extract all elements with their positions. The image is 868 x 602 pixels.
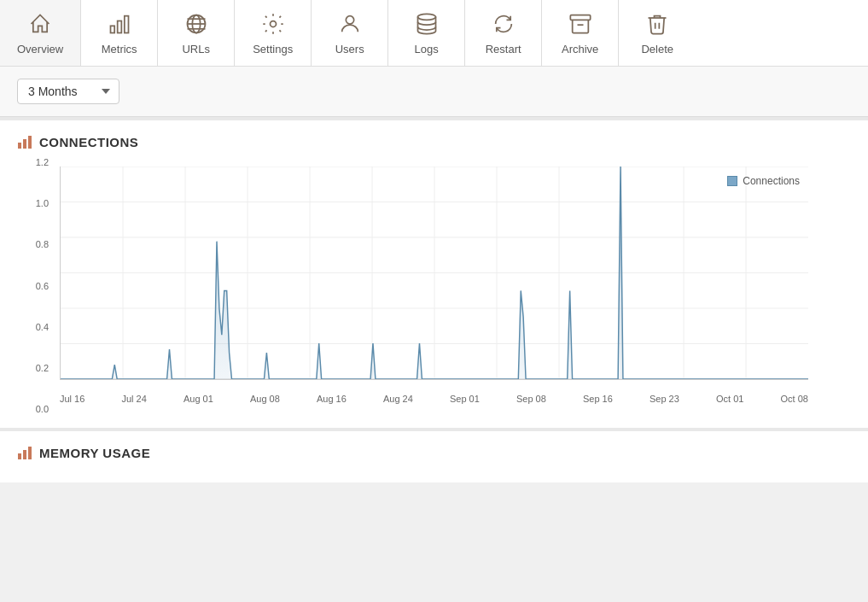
nav-restart-label: Restart — [486, 43, 521, 56]
nav-logs[interactable]: Logs — [388, 0, 465, 66]
nav-users[interactable]: Users — [312, 0, 388, 66]
nav-users-label: Users — [335, 43, 364, 56]
logs-icon — [413, 10, 440, 38]
memory-chart-icon — [17, 445, 32, 460]
nav-settings[interactable]: Settings — [235, 0, 312, 66]
metrics-icon — [106, 10, 133, 38]
top-navigation: Overview Metrics URLs Settings Users Log… — [0, 0, 868, 67]
chart-bar-icon — [17, 134, 32, 149]
archive-icon — [567, 10, 594, 38]
nav-settings-label: Settings — [253, 43, 293, 56]
svg-point-10 — [417, 14, 435, 20]
connections-section: CONNECTIONS 0.0 0.2 0.4 0.6 0.8 1.0 1.2 — [0, 117, 868, 428]
memory-title: MEMORY USAGE — [17, 445, 851, 460]
svg-rect-36 — [23, 450, 26, 459]
legend-color-box — [727, 176, 737, 186]
svg-rect-2 — [125, 16, 129, 33]
nav-restart[interactable]: Restart — [465, 0, 542, 66]
svg-rect-15 — [28, 136, 32, 149]
nav-archive[interactable]: Archive — [542, 0, 619, 66]
home-icon — [26, 10, 54, 38]
nav-metrics-label: Metrics — [102, 43, 137, 56]
legend-label: Connections — [743, 175, 800, 187]
urls-icon — [183, 10, 210, 38]
chart-area: Connections — [60, 167, 808, 380]
y-axis: 0.0 0.2 0.4 0.6 0.8 1.0 1.2 — [17, 158, 55, 414]
svg-point-8 — [270, 21, 276, 27]
svg-rect-1 — [117, 21, 121, 33]
svg-rect-35 — [18, 453, 21, 459]
svg-rect-37 — [28, 447, 32, 459]
filter-bar: 1 Month 3 Months 6 Months 1 Year — [0, 67, 868, 117]
nav-urls-label: URLs — [182, 43, 210, 56]
svg-point-9 — [346, 16, 353, 24]
x-axis: Jul 16 Jul 24 Aug 01 Aug 08 Aug 16 Aug 2… — [60, 389, 808, 414]
nav-delete-label: Delete — [641, 43, 673, 56]
nav-metrics[interactable]: Metrics — [81, 0, 158, 66]
svg-rect-0 — [110, 26, 114, 32]
svg-rect-14 — [23, 139, 26, 149]
nav-logs-label: Logs — [415, 43, 439, 56]
nav-overview[interactable]: Overview — [0, 0, 81, 66]
settings-icon — [259, 10, 287, 38]
connections-chart: 0.0 0.2 0.4 0.6 0.8 1.0 1.2 — [17, 158, 851, 414]
svg-rect-13 — [18, 143, 21, 149]
chart-legend: Connections — [727, 175, 800, 187]
delete-icon — [644, 10, 671, 38]
nav-delete[interactable]: Delete — [619, 0, 696, 66]
connections-title: CONNECTIONS — [17, 134, 851, 149]
nav-urls[interactable]: URLs — [158, 0, 235, 66]
time-range-select[interactable]: 1 Month 3 Months 6 Months 1 Year — [17, 79, 119, 104]
chart-svg — [61, 167, 808, 379]
nav-archive-label: Archive — [562, 43, 598, 56]
memory-section: MEMORY USAGE — [0, 428, 868, 482]
restart-icon — [490, 10, 517, 38]
svg-rect-11 — [570, 15, 590, 20]
users-icon — [336, 10, 364, 38]
nav-overview-label: Overview — [17, 43, 63, 56]
